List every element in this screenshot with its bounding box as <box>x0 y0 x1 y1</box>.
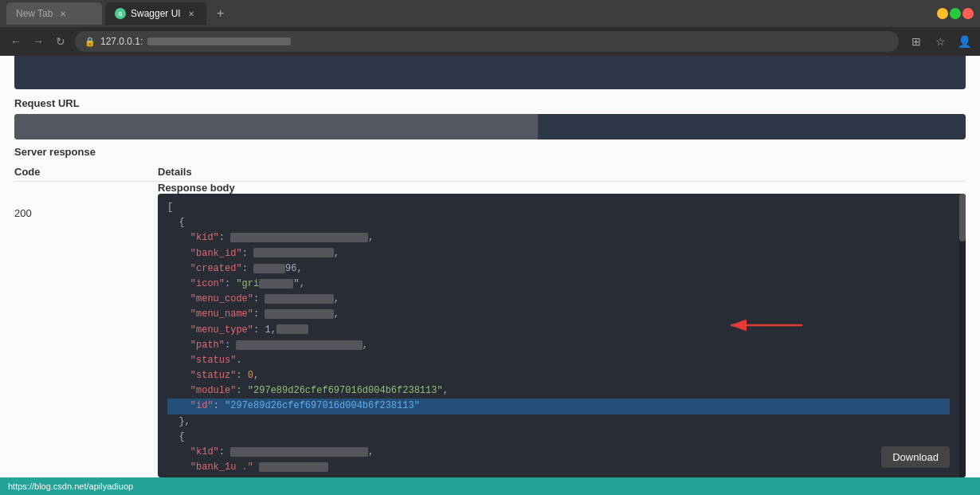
json-line-10: "path": , <box>167 338 950 353</box>
json-line-3: "kid": , <box>167 230 950 246</box>
minimize-button[interactable] <box>937 8 948 19</box>
json-line-8: "menu_name": , <box>167 307 950 322</box>
request-url-label: Request URL <box>14 97 966 109</box>
tab-1-close[interactable]: ✕ <box>57 8 69 19</box>
json-line-19: "created' <box>167 475 950 477</box>
server-response-section: Server response Code Details 200 Respons… <box>0 146 980 477</box>
new-tab-button[interactable]: + <box>210 2 232 25</box>
json-line-1: [ <box>167 200 950 215</box>
json-line-16: { <box>167 430 950 445</box>
tab-swagger-close[interactable]: ✕ <box>186 8 197 19</box>
details-column: Response body [ { "kid": , "bank_id": , … <box>158 182 966 477</box>
back-button[interactable]: ← <box>8 35 24 48</box>
json-wrapper: [ { "kid": , "bank_id": , "created": 96,… <box>158 194 966 477</box>
json-line-17: "k1d": , <box>167 445 950 460</box>
json-line-7: "menu_code": , <box>167 292 950 307</box>
maximize-button[interactable] <box>950 8 961 19</box>
page-content: Request URL Server response Code Details… <box>0 56 980 477</box>
translate-icon[interactable]: ⊞ <box>908 35 924 48</box>
watermark-bar: https://blog.csdn.net/apilyadiuop <box>0 477 980 495</box>
toolbar-icons: ⊞ ☆ 👤 <box>908 35 972 48</box>
json-line-4: "bank_id": , <box>167 246 950 261</box>
response-content: 200 Response body [ { "kid": , "bank_id"… <box>14 182 966 477</box>
json-line-9: "menu_type": 1, <box>167 323 950 338</box>
browser-chrome: New Tab ✕ S Swagger UI ✕ + ← → ↻ 🔒 127.0… <box>0 0 980 56</box>
url-input[interactable]: 🔒 127.0.0.1: <box>75 31 899 52</box>
json-line-14: "id": "297e89d26cfef697016d004b6f238113" <box>167 399 950 414</box>
tab-swagger-label: Swagger UI <box>131 8 181 19</box>
json-line-2: { <box>167 215 950 230</box>
forward-button[interactable]: → <box>30 35 46 48</box>
url-blurred-part <box>147 37 291 45</box>
response-code: 200 <box>14 207 32 219</box>
close-button[interactable] <box>962 8 974 19</box>
watermark-text: https://blog.csdn.net/apilyadiuop <box>8 481 133 491</box>
reload-button[interactable]: ↻ <box>53 35 69 48</box>
bookmark-icon[interactable]: ☆ <box>932 35 948 48</box>
json-line-15: }, <box>167 414 950 430</box>
code-header: Code <box>14 166 158 178</box>
secure-icon: 🔒 <box>84 37 96 47</box>
json-line-5: "created": 96, <box>167 261 950 277</box>
request-url-bar <box>14 114 966 139</box>
json-line-13: "module": "297e89d26cfef697016d004b6f238… <box>167 383 950 399</box>
request-url-section: Request URL <box>0 89 980 146</box>
url-overlay <box>14 114 538 139</box>
top-banner <box>14 56 966 89</box>
tab-swagger-favicon: S <box>115 8 126 19</box>
url-text: 127.0.0.1: <box>100 36 143 47</box>
scrollbar[interactable] <box>959 194 966 477</box>
json-viewer[interactable]: [ { "kid": , "bank_id": , "created": 96,… <box>158 194 966 477</box>
download-button[interactable]: Download <box>881 446 950 468</box>
json-line-11: "status". <box>167 353 950 368</box>
details-header: Details <box>158 166 966 178</box>
profile-icon[interactable]: 👤 <box>956 35 972 48</box>
json-line-12: "statuz": 0, <box>167 368 950 383</box>
tab-1[interactable]: New Tab ✕ <box>6 2 102 25</box>
code-column: 200 <box>14 182 158 477</box>
address-bar: ← → ↻ 🔒 127.0.0.1: ⊞ ☆ 👤 <box>0 27 980 56</box>
response-body-label: Response body <box>158 182 966 194</box>
server-response-label: Server response <box>14 146 966 158</box>
json-line-6: "icon": "gri ", <box>167 277 950 292</box>
window-controls <box>937 8 974 19</box>
response-table-header: Code Details <box>14 163 966 182</box>
tab-swagger[interactable]: S Swagger UI ✕ <box>105 2 206 25</box>
scrollbar-thumb[interactable] <box>959 194 966 242</box>
title-bar: New Tab ✕ S Swagger UI ✕ + <box>0 0 980 27</box>
tab-1-label: New Tab <box>16 8 53 19</box>
json-line-18: "bank_1u ." <box>167 460 950 475</box>
